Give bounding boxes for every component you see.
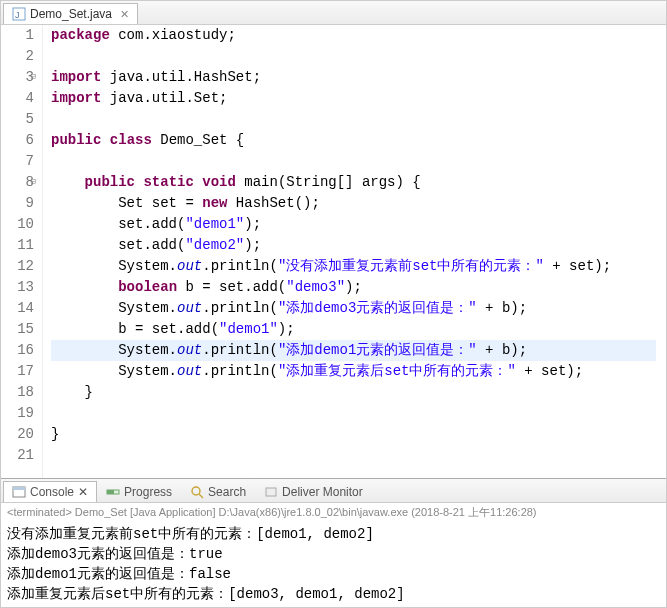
line-number: 18: [1, 382, 34, 403]
svg-text:J: J: [15, 10, 20, 20]
search-icon: [190, 485, 204, 499]
editor-tab-label: Demo_Set.java: [30, 7, 112, 21]
code-line[interactable]: [51, 403, 656, 424]
line-number: 10: [1, 214, 34, 235]
line-number: 17: [1, 361, 34, 382]
console-panel: Console ✕ Progress Search Deliver Monito…: [1, 478, 666, 608]
code-line[interactable]: set.add("demo1");: [51, 214, 656, 235]
progress-icon: [106, 485, 120, 499]
line-number: 1: [1, 25, 34, 46]
code-line[interactable]: System.out.println("添加重复元素后set中所有的元素：" +…: [51, 361, 656, 382]
tab-search-label: Search: [208, 485, 246, 499]
console-line: 没有添加重复元素前set中所有的元素：[demo1, demo2]: [7, 524, 660, 544]
console-icon: [12, 485, 26, 499]
code-line[interactable]: System.out.println("添加demo3元素的返回值是：" + b…: [51, 298, 656, 319]
tab-console[interactable]: Console ✕: [3, 481, 97, 502]
line-number: 5: [1, 109, 34, 130]
line-number: 13: [1, 277, 34, 298]
editor-tab-bar: J Demo_Set.java ✕: [1, 1, 666, 25]
tab-progress[interactable]: Progress: [97, 481, 181, 502]
code-line[interactable]: import java.util.Set;: [51, 88, 656, 109]
line-number: 19: [1, 403, 34, 424]
tab-console-label: Console: [30, 485, 74, 499]
code-line[interactable]: public static void main(String[] args) {: [51, 172, 656, 193]
line-number: 6: [1, 130, 34, 151]
console-output[interactable]: 没有添加重复元素前set中所有的元素：[demo1, demo2]添加demo3…: [1, 522, 666, 606]
line-gutter: 123⊟45678⊟9101112131415161718192021: [1, 25, 43, 478]
code-line[interactable]: [51, 151, 656, 172]
code-line[interactable]: }: [51, 424, 656, 445]
code-line[interactable]: [51, 46, 656, 67]
console-tab-bar: Console ✕ Progress Search Deliver Monito…: [1, 479, 666, 503]
code-line[interactable]: System.out.println("没有添加重复元素前set中所有的元素："…: [51, 256, 656, 277]
code-editor[interactable]: 123⊟45678⊟9101112131415161718192021 pack…: [1, 25, 666, 478]
code-line[interactable]: }: [51, 382, 656, 403]
tab-deliver[interactable]: Deliver Monitor: [255, 481, 372, 502]
code-line[interactable]: [51, 109, 656, 130]
close-icon[interactable]: ✕: [120, 8, 129, 21]
svg-rect-3: [13, 487, 25, 490]
line-number: 15: [1, 319, 34, 340]
svg-line-7: [199, 494, 203, 498]
deliver-icon: [264, 485, 278, 499]
code-line[interactable]: [51, 445, 656, 466]
line-number: 9: [1, 193, 34, 214]
editor-tab[interactable]: J Demo_Set.java ✕: [3, 3, 138, 24]
svg-point-6: [192, 487, 200, 495]
code-line[interactable]: import java.util.HashSet;: [51, 67, 656, 88]
code-line[interactable]: package com.xiaostudy;: [51, 25, 656, 46]
tab-progress-label: Progress: [124, 485, 172, 499]
line-number: 21: [1, 445, 34, 466]
line-number: 11: [1, 235, 34, 256]
svg-rect-8: [266, 488, 276, 496]
line-number: 8⊟: [1, 172, 34, 193]
fold-icon[interactable]: ⊟: [31, 172, 36, 193]
line-number: 12: [1, 256, 34, 277]
java-file-icon: J: [12, 7, 26, 21]
line-number: 7: [1, 151, 34, 172]
console-line: 添加demo1元素的返回值是：false: [7, 564, 660, 584]
code-line[interactable]: Set set = new HashSet();: [51, 193, 656, 214]
line-number: 3⊟: [1, 67, 34, 88]
line-number: 14: [1, 298, 34, 319]
console-line: 添加demo3元素的返回值是：true: [7, 544, 660, 564]
code-line[interactable]: b = set.add("demo1");: [51, 319, 656, 340]
line-number: 20: [1, 424, 34, 445]
svg-rect-5: [107, 490, 114, 494]
code-line[interactable]: System.out.println("添加demo1元素的返回值是：" + b…: [51, 340, 656, 361]
code-line[interactable]: set.add("demo2");: [51, 235, 656, 256]
code-area[interactable]: package com.xiaostudy; import java.util.…: [51, 25, 666, 478]
line-number: 2: [1, 46, 34, 67]
tab-deliver-label: Deliver Monitor: [282, 485, 363, 499]
line-number: 16: [1, 340, 34, 361]
close-icon[interactable]: ✕: [78, 485, 88, 499]
code-line[interactable]: public class Demo_Set {: [51, 130, 656, 151]
console-line: 添加重复元素后set中所有的元素：[demo3, demo1, demo2]: [7, 584, 660, 604]
tab-search[interactable]: Search: [181, 481, 255, 502]
fold-icon[interactable]: ⊟: [31, 67, 36, 88]
code-line[interactable]: boolean b = set.add("demo3");: [51, 277, 656, 298]
line-number: 4: [1, 88, 34, 109]
console-header: <terminated> Demo_Set [Java Application]…: [1, 503, 666, 522]
